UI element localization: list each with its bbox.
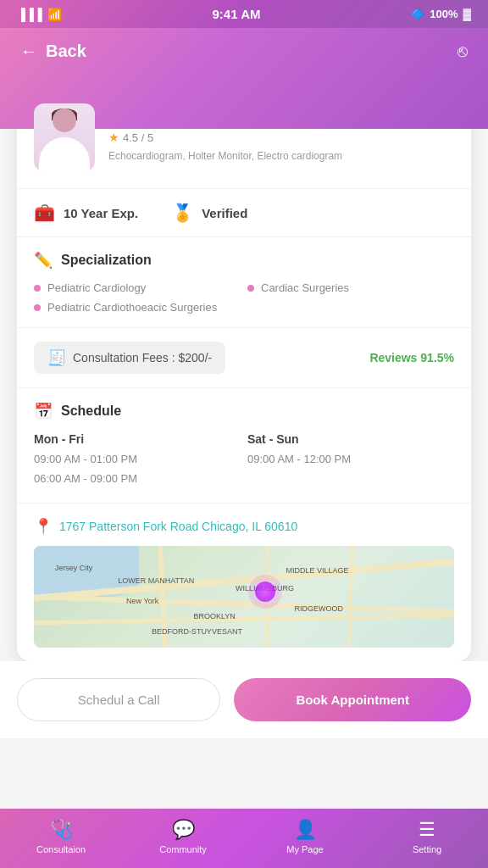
fees-box: 🧾 Consultation Fees : $200/- bbox=[34, 342, 225, 374]
calendar-icon: 📅 bbox=[34, 402, 53, 420]
doctor-rating: ★ 4.5 / 5 bbox=[108, 131, 454, 144]
status-battery: 🔷 100% ▓ bbox=[411, 8, 471, 20]
fees-section: 🧾 Consultation Fees : $200/- Reviews 91.… bbox=[17, 328, 471, 388]
main-content: Evelyn R. Whitfield ★ 4.5 / 5 Echocardio… bbox=[17, 86, 471, 661]
experience-label: 10 Year Exp. bbox=[64, 206, 138, 220]
dot-icon bbox=[247, 285, 254, 292]
schedule-grid: Mon - Fri 09:00 AM - 01:00 PM 06:00 AM -… bbox=[34, 432, 454, 489]
map-road bbox=[347, 546, 354, 648]
consultation-icon: 🩺 bbox=[50, 819, 73, 841]
verified-item: 🏅 Verified bbox=[172, 203, 247, 223]
map-label-brooklyn: BROOKLYN bbox=[193, 612, 235, 620]
weekday-time-2: 06:00 AM - 09:00 PM bbox=[34, 469, 241, 488]
wifi-icon: 📶 bbox=[47, 8, 62, 21]
weekend-time-1: 09:00 AM - 12:00 PM bbox=[247, 449, 454, 469]
dot-icon bbox=[34, 304, 41, 311]
map-background: Jersey City LOWER MANHATTAN New York WIL… bbox=[34, 546, 454, 648]
location-pin-icon: 📍 bbox=[34, 517, 53, 536]
back-label: Back bbox=[46, 42, 86, 61]
nav-mypage[interactable]: 👤 My Page bbox=[244, 819, 366, 854]
nav-community[interactable]: 💬 Community bbox=[122, 819, 244, 854]
verified-label: Verified bbox=[202, 206, 247, 220]
location-section: 📍 1767 Patterson Fork Road Chicago, IL 6… bbox=[17, 504, 471, 661]
map[interactable]: Jersey City LOWER MANHATTAN New York WIL… bbox=[34, 546, 454, 648]
map-label-newyork: New York bbox=[126, 597, 158, 605]
specialty-1: Pediatric Cardiology bbox=[34, 281, 241, 294]
fees-label: Consultation Fees : $200/- bbox=[73, 351, 212, 364]
credentials-row: 🧰 10 Year Exp. 🏅 Verified bbox=[34, 203, 454, 223]
back-button[interactable]: ← Back bbox=[20, 42, 86, 61]
specialization-title: ✏️ Specialization bbox=[34, 251, 454, 270]
bottom-buttons: Schedul a Call Book Appointment bbox=[0, 661, 488, 738]
location-address: 1767 Patterson Fork Road Chicago, IL 606… bbox=[59, 520, 297, 533]
schedule-title: 📅 Schedule bbox=[34, 402, 454, 420]
book-appointment-button[interactable]: Book Appointment bbox=[234, 678, 471, 721]
setting-icon: ☰ bbox=[419, 819, 435, 841]
bottom-nav: 🩺 Consultaion 💬 Community 👤 My Page ☰ Se… bbox=[0, 809, 488, 868]
mypage-icon: 👤 bbox=[294, 819, 317, 841]
specialty-2: Cardiac Surgeries bbox=[247, 281, 454, 294]
nav-consultation[interactable]: 🩺 Consultaion bbox=[0, 819, 122, 854]
community-icon: 💬 bbox=[172, 819, 195, 841]
status-time: 9:41 AM bbox=[213, 7, 261, 21]
back-arrow-icon: ← bbox=[20, 42, 37, 61]
map-label-bedford: BEDFORD-STUYVESANT bbox=[152, 627, 242, 636]
pen-icon: ✏️ bbox=[34, 251, 53, 270]
credentials-section: 🧰 10 Year Exp. 🏅 Verified bbox=[17, 189, 471, 237]
dot-icon bbox=[34, 285, 41, 292]
specialization-section: ✏️ Specialization Pediatric Cardiology C… bbox=[17, 237, 471, 328]
specialty-3: Pediatric Cardiothoeacic Surgeries bbox=[34, 301, 454, 314]
share-icon: ⎋ bbox=[458, 42, 468, 60]
battery-icon: ▓ bbox=[463, 8, 471, 20]
bluetooth-icon: 🔷 bbox=[411, 8, 424, 20]
weekday-times: 09:00 AM - 01:00 PM 06:00 AM - 09:00 PM bbox=[34, 449, 241, 489]
body bbox=[39, 137, 90, 171]
weekend-times: 09:00 AM - 12:00 PM bbox=[247, 449, 454, 469]
battery-text: 100% bbox=[430, 8, 458, 20]
nav-setting[interactable]: ☰ Setting bbox=[366, 819, 488, 854]
briefcase-icon: 🧰 bbox=[34, 203, 55, 223]
reviews-label: Reviews 91.5% bbox=[369, 351, 454, 364]
specialties-list: Pediatric Cardiology Cardiac Surgeries P… bbox=[34, 281, 454, 314]
share-button[interactable]: ⎋ bbox=[458, 42, 468, 61]
doctor-specialty: Echocardiogram, Holter Monitor, Electro … bbox=[108, 149, 454, 164]
weekend-schedule: Sat - Sun 09:00 AM - 12:00 PM bbox=[247, 432, 454, 489]
signal-icon: ▐▐▐ bbox=[17, 8, 42, 21]
status-signal: ▐▐▐ 📶 bbox=[17, 8, 62, 21]
nav-consultation-label: Consultaion bbox=[36, 844, 86, 854]
map-road bbox=[34, 613, 454, 625]
verified-icon: 🏅 bbox=[172, 203, 193, 223]
status-bar: ▐▐▐ 📶 9:41 AM 🔷 100% ▓ bbox=[0, 0, 488, 28]
map-pin bbox=[255, 581, 275, 602]
nav-setting-label: Setting bbox=[413, 844, 441, 854]
rating-value: 4.5 / 5 bbox=[123, 131, 153, 144]
map-label-ridgewood: RIDGEWOOD bbox=[295, 604, 344, 613]
nav-community-label: Community bbox=[159, 844, 207, 854]
head bbox=[53, 108, 76, 132]
map-label-manhattan: LOWER MANHATTAN bbox=[118, 576, 194, 585]
avatar bbox=[34, 103, 95, 171]
nav-mypage-label: My Page bbox=[286, 844, 323, 854]
map-road bbox=[34, 594, 454, 614]
fees-icon: 🧾 bbox=[47, 348, 66, 367]
schedule-call-button[interactable]: Schedul a Call bbox=[17, 678, 220, 721]
map-label-middlevillage: MIDDLE VILLAGE bbox=[286, 566, 349, 575]
schedule-section: 📅 Schedule Mon - Fri 09:00 AM - 01:00 PM… bbox=[17, 388, 471, 504]
weekday-time-1: 09:00 AM - 01:00 PM bbox=[34, 449, 241, 469]
weekday-label: Mon - Fri bbox=[34, 432, 241, 446]
weekday-schedule: Mon - Fri 09:00 AM - 01:00 PM 06:00 AM -… bbox=[34, 432, 241, 489]
weekend-label: Sat - Sun bbox=[247, 432, 454, 446]
star-icon: ★ bbox=[108, 131, 119, 144]
location-title: 📍 1767 Patterson Fork Road Chicago, IL 6… bbox=[34, 517, 454, 536]
experience-item: 🧰 10 Year Exp. bbox=[34, 203, 138, 223]
map-label-jerseycity: Jersey City bbox=[55, 564, 93, 572]
